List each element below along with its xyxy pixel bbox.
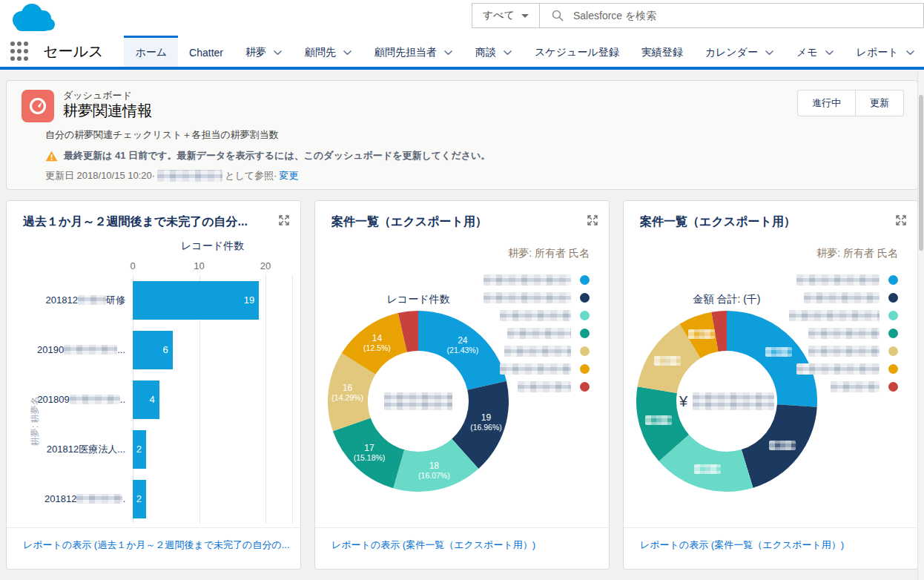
nav-tab-0[interactable]: ホーム	[124, 36, 178, 67]
widget-footer: レポートの表示 (案件一覧（エクスポート用）)	[624, 527, 917, 569]
dashboard-page: ダッシュボード 耕夢関連情報 自分の耕夢関連チェックリスト＋各担当の耕夢割当数 …	[0, 70, 924, 580]
masked-legend-name	[518, 381, 571, 392]
legend-color-dot	[580, 329, 590, 338]
legend-item-6	[750, 378, 898, 395]
caret-down-icon	[521, 14, 529, 18]
legend-item-5	[441, 360, 590, 378]
legend-color-dot	[580, 346, 590, 356]
dashboard-header-panel: ダッシュボード 耕夢関連情報 自分の耕夢関連チェックリスト＋各担当の耕夢割当数 …	[6, 80, 918, 190]
legend-color-dot	[888, 364, 898, 374]
app-navigation: セールス ホームChatter耕夢顧問先顧問先担当者商談スケジュール登録実績登録…	[0, 36, 924, 67]
expand-icon[interactable]	[587, 215, 598, 225]
widget-bar-chart: 過去１か月～２週間後まで未完了の自分... レコード件数 01020 20181…	[6, 200, 301, 570]
bar-chart-rows: 201812研修1920190...6201809..4201812医療法人..…	[7, 275, 292, 524]
masked-legend-name	[804, 292, 880, 303]
nav-tab-8[interactable]: カレンダー	[694, 36, 785, 67]
bar-value-label: 4	[150, 394, 155, 405]
nav-tab-9[interactable]: メモ	[785, 36, 845, 67]
widget-donut-amount-total: 案件一覧（エクスポート用） 金額 合計: (千) ¥ 耕夢: 所有者 氏名 レポ…	[623, 200, 918, 570]
masked-legend-name	[796, 363, 880, 375]
bar-row: 201809..4	[7, 375, 292, 424]
chevron-down-icon	[343, 50, 352, 56]
nav-tab-3[interactable]: 顧問先	[294, 36, 363, 67]
masked-slice-label	[645, 415, 672, 425]
legend-color-dot	[888, 346, 898, 356]
legend-item-2	[441, 306, 590, 324]
view-report-link[interactable]: レポートの表示 (案件一覧（エクスポート用）)	[331, 539, 535, 550]
nav-tab-5[interactable]: 商談	[464, 36, 524, 67]
masked-legend-name	[500, 310, 571, 321]
nav-tab-7[interactable]: 実績登録	[630, 36, 694, 67]
warning-icon	[45, 151, 58, 162]
nav-tab-10[interactable]: レポート	[845, 36, 924, 67]
legend-color-dot	[888, 275, 898, 285]
nav-tab-1[interactable]: Chatter	[178, 36, 234, 67]
x-tick-label: 0	[130, 260, 135, 271]
bar[interactable]: 4	[133, 380, 159, 419]
search-scope-dropdown[interactable]: すべて	[472, 4, 540, 27]
masked-text	[76, 494, 122, 504]
refresh-button[interactable]: 更新	[856, 90, 904, 116]
widget-footer: レポートの表示 (過去１か月～２週間後まで未完了の自分の...	[7, 527, 300, 569]
masked-legend-name	[500, 363, 571, 375]
app-launcher-waffle-icon[interactable]	[10, 42, 28, 62]
masked-legend-name	[808, 346, 880, 357]
masked-legend-name	[789, 310, 880, 321]
nav-tab-4[interactable]: 顧問先担当者	[363, 36, 464, 67]
nav-tabs: ホームChatter耕夢顧問先顧問先担当者商談スケジュール登録実績登録カレンダー…	[124, 36, 924, 67]
dashboard-icon	[22, 90, 54, 122]
nav-tab-label: ホーム	[135, 46, 167, 59]
vertical-scrollbar[interactable]	[917, 71, 924, 580]
chevron-down-icon	[825, 50, 834, 56]
bar-category-label: 201812研修	[7, 294, 133, 307]
legend-item-6	[441, 378, 590, 395]
expand-icon[interactable]	[279, 215, 289, 225]
search-scope-label: すべて	[483, 9, 515, 22]
masked-legend-name	[504, 346, 571, 357]
last-updated-line: 更新日 2018/10/15 10:20· として参照· 変更	[45, 169, 298, 182]
chevron-down-icon	[765, 50, 774, 56]
salesforce-logo-icon	[6, 1, 58, 36]
legend-item-1	[441, 289, 590, 306]
nav-tab-label: 耕夢	[245, 46, 266, 59]
masked-text	[64, 345, 117, 355]
nav-tab-2[interactable]: 耕夢	[234, 36, 294, 67]
chevron-down-icon	[905, 50, 915, 56]
bar-chart-y-axis-label: 耕夢: 耕夢名	[29, 396, 42, 446]
bar-value-label: 6	[162, 344, 168, 355]
bar[interactable]: 6	[133, 331, 173, 369]
dashboard-description: 自分の耕夢関連チェックリスト＋各担当の耕夢割当数	[45, 128, 279, 142]
bar-category-label: 201812医療法人...	[7, 443, 133, 456]
bar[interactable]: 2	[133, 430, 146, 469]
nav-tab-6[interactable]: スケジュール登録	[524, 36, 630, 67]
legend-color-dot	[888, 329, 898, 338]
widget-donut-record-count: 案件一覧（エクスポート用） レコード件数 24(21.43%)19(16.96%…	[314, 200, 610, 570]
view-report-link[interactable]: レポートの表示 (過去１か月～２週間後まで未完了の自分の...	[23, 539, 290, 550]
masked-text	[70, 395, 120, 404]
bar[interactable]: 2	[133, 480, 146, 518]
expand-icon[interactable]	[896, 215, 906, 225]
legend-item-3	[750, 324, 898, 342]
nav-tab-label: 顧問先	[305, 46, 336, 59]
change-viewer-link[interactable]: 変更	[279, 169, 298, 182]
updated-timestamp: 更新日 2018/10/15 10:20·	[45, 169, 155, 182]
nav-tab-label: レポート	[857, 46, 899, 59]
legend-color-dot	[888, 311, 898, 320]
widget-title: 過去１か月～２週間後まで未完了の自分...	[23, 214, 266, 230]
legend-color-dot	[580, 275, 590, 285]
legend-item-0	[441, 271, 590, 289]
view-report-link[interactable]: レポートの表示 (案件一覧（エクスポート用）)	[640, 539, 844, 550]
bar-category-label: 201812.	[7, 493, 133, 504]
bar-value-label: 19	[244, 294, 254, 306]
masked-slice-label	[688, 329, 715, 339]
search-input[interactable]	[573, 10, 911, 22]
nav-tab-label: スケジュール登録	[535, 46, 619, 59]
scrollbar-thumb[interactable]	[919, 95, 923, 251]
x-tick-label: 10	[194, 260, 204, 271]
masked-legend-name	[484, 274, 571, 286]
widget-title: 案件一覧（エクスポート用）	[331, 214, 575, 230]
masked-legend-name	[507, 328, 571, 339]
bar[interactable]: 19	[133, 281, 259, 320]
in-progress-button[interactable]: 進行中	[797, 90, 856, 116]
nav-tab-label: メモ	[796, 46, 818, 59]
